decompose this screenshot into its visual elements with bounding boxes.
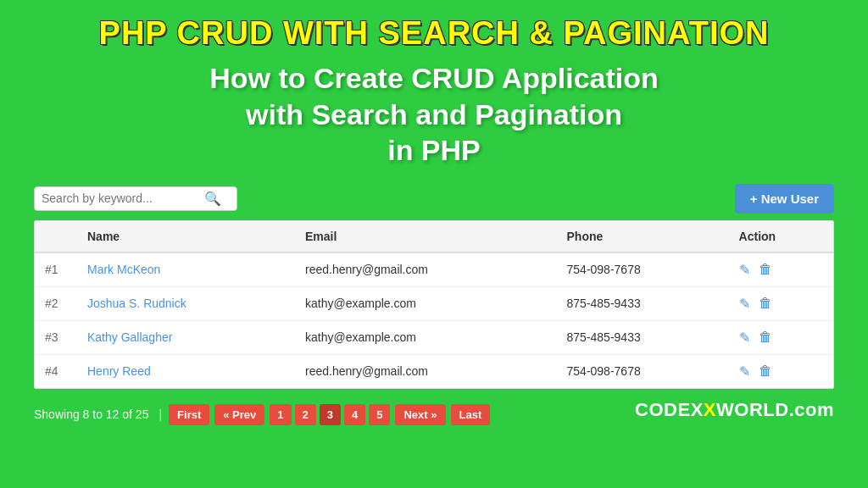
page-number-button[interactable]: 5 <box>369 404 390 425</box>
delete-icon[interactable]: 🗑 <box>759 330 772 345</box>
search-box: 🔍 <box>34 186 237 211</box>
main-title: PHP CRUD WITH SEARCH & PAGINATION <box>34 15 834 52</box>
row-phone: 754-098-7678 <box>557 354 729 388</box>
prev-page-button[interactable]: « Prev <box>214 404 264 425</box>
page-number-button[interactable]: 4 <box>344 404 365 425</box>
sub-title: How to Create CRUD Application with Sear… <box>34 60 834 169</box>
brand-com: com <box>794 399 834 420</box>
page-number-button[interactable]: 1 <box>270 404 291 425</box>
action-cell: ✎ 🗑 <box>729 321 833 354</box>
first-page-button[interactable]: First <box>169 404 209 425</box>
row-email: reed.henry@gmail.com <box>295 354 557 388</box>
row-email: kathy@example.com <box>295 286 557 320</box>
new-user-button[interactable]: + New User <box>735 184 834 214</box>
footer-area: Showing 8 to 12 of 25 | First « Prev 123… <box>34 396 834 425</box>
brand-code: CODEX <box>635 399 704 420</box>
table-row: #3 Kathy Gallagher kathy@example.com 875… <box>35 320 833 354</box>
page-number-button[interactable]: 3 <box>320 404 341 425</box>
pagination-bar: Showing 8 to 12 of 25 | First « Prev 123… <box>34 404 490 425</box>
separator: | <box>159 408 162 421</box>
row-name: Henry Reed <box>77 354 295 388</box>
col-header-action: Action <box>729 221 833 252</box>
col-header-email: Email <box>295 221 557 252</box>
edit-icon[interactable]: ✎ <box>739 363 750 380</box>
edit-icon[interactable]: ✎ <box>739 296 750 312</box>
row-num: #1 <box>35 252 77 287</box>
next-page-button[interactable]: Next » <box>395 404 445 425</box>
action-cell: ✎ 🗑 <box>729 287 833 320</box>
delete-icon[interactable]: 🗑 <box>759 262 772 277</box>
table-row: #4 Henry Reed reed.henry@gmail.com 754-0… <box>35 354 833 388</box>
row-name: Joshua S. Rudnick <box>77 286 295 320</box>
toolbar: 🔍 + New User <box>34 184 834 214</box>
action-cell: ✎ 🗑 <box>729 355 833 388</box>
row-phone: 754-098-7678 <box>557 252 729 287</box>
row-name: Kathy Gallagher <box>77 320 295 354</box>
edit-icon[interactable]: ✎ <box>739 262 750 278</box>
row-phone: 875-485-9433 <box>557 286 729 320</box>
row-num: #3 <box>35 320 77 354</box>
col-header-phone: Phone <box>557 221 729 252</box>
table-header-row: Name Email Phone Action <box>35 221 833 252</box>
row-email: kathy@example.com <box>295 320 557 354</box>
edit-icon[interactable]: ✎ <box>739 330 750 346</box>
delete-icon[interactable]: 🗑 <box>759 296 772 311</box>
row-email: reed.henry@gmail.com <box>295 252 557 287</box>
brand: CODEXXWORLD.com <box>635 399 834 421</box>
delete-icon[interactable]: 🗑 <box>759 363 772 379</box>
col-header-name: Name <box>77 221 295 252</box>
pagination-info: Showing 8 to 12 of 25 <box>34 408 148 421</box>
page-number-button[interactable]: 2 <box>295 404 316 425</box>
search-input[interactable] <box>42 191 203 205</box>
action-cell: ✎ 🗑 <box>729 253 833 286</box>
row-num: #4 <box>35 354 77 388</box>
brand-world: WORLD <box>716 399 789 420</box>
table-row: #1 Mark McKeon reed.henry@gmail.com 754-… <box>35 252 833 287</box>
row-phone: 875-485-9433 <box>557 320 729 354</box>
data-table: Name Email Phone Action #1 Mark McKeon r… <box>34 220 834 389</box>
table-row: #2 Joshua S. Rudnick kathy@example.com 8… <box>35 286 833 320</box>
row-name: Mark McKeon <box>77 252 295 287</box>
search-button[interactable]: 🔍 <box>203 191 223 207</box>
row-num: #2 <box>35 286 77 320</box>
brand-x: X <box>704 399 716 420</box>
last-page-button[interactable]: Last <box>451 404 491 425</box>
col-header-num <box>35 221 77 252</box>
